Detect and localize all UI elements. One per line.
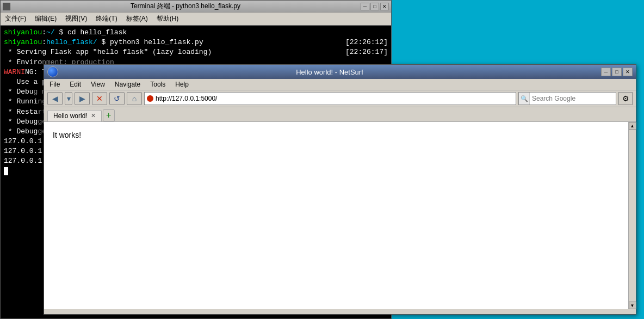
- tab-close-button[interactable]: ✕: [91, 112, 96, 119]
- terminal-close-btn[interactable]: ✕: [380, 3, 389, 10]
- terminal-title: Terminal 終端 - python3 hello_flask.py: [10, 2, 361, 11]
- browser-titlebar-buttons: ─ □ ✕: [601, 68, 633, 76]
- terminal-menu-file[interactable]: 文件(F): [3, 14, 28, 24]
- tab-label: Hello world!: [53, 112, 88, 120]
- scrollbar-down-button[interactable]: ▼: [629, 302, 636, 309]
- terminal-titlebar: Terminal 終端 - python3 hello_flask.py ─ □…: [1, 1, 391, 13]
- browser-content: It works!: [44, 122, 628, 309]
- terminal-titlebar-buttons: ─ □ ✕: [361, 3, 389, 10]
- scrollbar-track[interactable]: [629, 130, 636, 302]
- search-container: 🔍: [518, 92, 616, 105]
- browser-menu-edit[interactable]: Edit: [67, 80, 83, 89]
- terminal-menu-terminal[interactable]: 终端(T): [94, 14, 119, 24]
- terminal-icon: [3, 3, 10, 10]
- search-input[interactable]: [530, 95, 616, 102]
- terminal-minimize-btn[interactable]: ─: [361, 3, 369, 10]
- new-tab-button[interactable]: +: [103, 109, 115, 121]
- terminal-menu-tabs[interactable]: 标签(A): [124, 14, 150, 24]
- browser-menubar: File Edit View Navigate Tools Help: [44, 79, 636, 90]
- browser-content-area: It works! ▲ ▼: [44, 122, 636, 309]
- browser-menu-file[interactable]: File: [47, 80, 62, 89]
- browser-maximize-btn[interactable]: □: [612, 68, 622, 76]
- browser-menu-help[interactable]: Help: [173, 80, 191, 89]
- search-icon: 🔍: [519, 93, 530, 105]
- terminal-maximize-btn[interactable]: □: [370, 3, 379, 10]
- settings-button[interactable]: ⚙: [618, 92, 633, 105]
- stop-button[interactable]: ✕: [92, 92, 107, 105]
- browser-menu-view[interactable]: View: [89, 80, 107, 89]
- browser-toolbar: ◀ ▾ ▶ ✕ ↺ ⌂ 🔍 ⚙: [44, 90, 636, 107]
- browser-tabs: Hello world! ✕ +: [44, 107, 636, 122]
- browser-menu-tools[interactable]: Tools: [148, 80, 168, 89]
- browser-close-btn[interactable]: ✕: [623, 68, 633, 76]
- back-dropdown-button[interactable]: ▾: [65, 92, 72, 105]
- forward-button[interactable]: ▶: [75, 92, 90, 105]
- terminal-menu-help[interactable]: 帮助(H): [154, 14, 181, 24]
- home-button[interactable]: ⌂: [127, 92, 142, 105]
- url-bar-container: [144, 92, 516, 105]
- terminal-line-1: shiyanlou:~/ $ cd hello_flask [22:26:12]: [4, 28, 388, 38]
- back-button[interactable]: ◀: [47, 92, 63, 105]
- browser-window: Hello world! - NetSurf ─ □ ✕ File Edit V…: [44, 64, 636, 315]
- page-content-text: It works!: [53, 131, 620, 139]
- browser-titlebar: Hello world! - NetSurf ─ □ ✕: [44, 65, 636, 79]
- scrollbar-up-button[interactable]: ▲: [629, 122, 636, 130]
- browser-scrollbar: ▲ ▼: [628, 122, 636, 309]
- terminal-menu-view[interactable]: 视图(V): [63, 14, 89, 24]
- refresh-button[interactable]: ↺: [109, 92, 125, 105]
- terminal-menu-edit[interactable]: 编辑(E): [33, 14, 59, 24]
- terminal-menubar: 文件(F) 编辑(E) 视图(V) 终端(T) 标签(A) 帮助(H): [1, 13, 391, 26]
- browser-title: Hello world! - NetSurf: [58, 68, 601, 76]
- browser-menu-navigate[interactable]: Navigate: [113, 80, 143, 89]
- browser-tab-helloworld[interactable]: Hello world! ✕: [47, 110, 102, 121]
- netsurf-globe-icon: [47, 66, 58, 77]
- url-favicon: [147, 95, 153, 102]
- browser-minimize-btn[interactable]: ─: [601, 68, 611, 76]
- url-input[interactable]: [156, 95, 513, 102]
